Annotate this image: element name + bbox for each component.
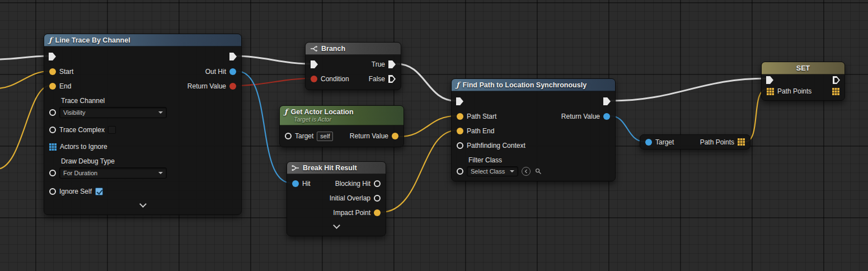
node-header[interactable]: Break Hit Result [287, 162, 386, 174]
trace-channel-row: Visibility [44, 106, 241, 119]
exec-out-pin[interactable] [833, 76, 840, 84]
branch-icon [310, 45, 318, 52]
blocking-hit-pin[interactable] [374, 180, 381, 187]
pin-row: Impact Point [287, 205, 386, 220]
ignore-self-row: Ignore Self [44, 184, 241, 199]
trace-channel-label: Trace Channel [61, 97, 105, 105]
trace-complex-pin[interactable] [49, 127, 56, 133]
exec-in-pin[interactable] [311, 60, 318, 68]
exec-in-pin[interactable] [766, 76, 773, 84]
path-points-label: Path Points [777, 87, 811, 95]
expand-chevron-icon[interactable] [333, 222, 340, 229]
target-label: Target [295, 132, 313, 140]
ignore-self-label: Ignore Self [59, 188, 92, 195]
wire-findpath-set-exec [611, 78, 767, 101]
pin-row: Hit Blocking Hit [287, 176, 386, 191]
path-points-input-array-pin[interactable] [767, 88, 774, 95]
actors-to-ignore-array-pin[interactable] [49, 143, 57, 151]
out-hit-pin[interactable] [229, 68, 236, 75]
break-struct-icon [292, 165, 299, 171]
initial-overlap-pin[interactable] [374, 195, 381, 202]
exec-pin-row [44, 49, 241, 64]
path-end-label: Path End [467, 127, 494, 135]
wire-exec-linetrace-branch [237, 56, 309, 64]
node-title: Line Trace By Channel [55, 36, 130, 44]
function-icon: ƒ [284, 108, 288, 116]
node-get-actor-location[interactable]: ƒ Get Actor Location Target is Actor Tar… [279, 105, 404, 147]
wire-exec-entry [0, 56, 48, 59]
filter-class-row: Select Class [452, 165, 615, 177]
path-points-array-pin[interactable] [738, 138, 745, 146]
node-title: Get Actor Location [291, 108, 354, 116]
exec-out-pin[interactable] [603, 97, 611, 105]
node-break-hit-result[interactable]: Break Hit Result Hit Blocking Hit Initia… [287, 161, 386, 236]
impact-point-pin[interactable] [374, 209, 381, 216]
return-value-pin[interactable] [603, 113, 610, 120]
path-points-output-array-pin[interactable] [832, 88, 839, 95]
node-get-path-points[interactable]: Target Path Points [640, 134, 750, 149]
trace-channel-pin[interactable] [49, 109, 56, 116]
browse-asset-icon[interactable] [534, 167, 543, 176]
node-header[interactable]: ƒ Line Trace By Channel [44, 34, 241, 46]
node-header[interactable]: Branch [306, 43, 401, 55]
wire-actorlocation-pathstart [399, 116, 456, 137]
draw-debug-dropdown[interactable]: For Duration [59, 167, 167, 179]
node-header[interactable]: SET [762, 62, 844, 74]
filter-class-pin[interactable] [457, 168, 463, 175]
node-set-path-points[interactable]: SET Path Points [761, 62, 845, 101]
exec-in-pin[interactable] [456, 97, 463, 105]
draw-debug-row: For Duration [44, 166, 241, 180]
pin-row: Target self Return Value [280, 129, 403, 143]
filter-class-label: Filter Class [468, 156, 502, 164]
condition-label: Condition [321, 75, 349, 83]
path-end-pin[interactable] [457, 128, 463, 134]
target-pin[interactable] [285, 133, 292, 139]
trace-channel-label-row: Trace Channel [44, 94, 241, 106]
false-exec-pin[interactable] [388, 75, 396, 83]
pin-row: Start Out Hit [44, 64, 241, 79]
hit-pin[interactable] [292, 180, 299, 187]
wire-end-input [0, 86, 49, 169]
expand-chevron-icon[interactable] [139, 200, 147, 208]
filter-class-dropdown[interactable]: Select Class [467, 166, 518, 176]
node-branch[interactable]: Branch True Condition False [305, 42, 401, 90]
return-value-pin[interactable] [229, 83, 236, 90]
trace-channel-dropdown[interactable]: Visibility [59, 107, 167, 118]
exec-in-pin[interactable] [49, 53, 56, 60]
true-exec-pin[interactable] [388, 60, 396, 68]
return-value-label: Return Value [350, 132, 388, 140]
ignore-self-checkbox[interactable] [95, 188, 103, 195]
target-self-value[interactable]: self [317, 132, 333, 141]
false-label: False [369, 75, 385, 83]
ignore-self-pin[interactable] [49, 188, 56, 195]
trace-complex-checkbox[interactable] [108, 126, 116, 134]
node-header[interactable]: ƒ Get Actor Location Target is Actor [280, 106, 403, 125]
node-line-trace-by-channel[interactable]: ƒ Line Trace By Channel Start Out Hit En… [44, 34, 242, 215]
end-pin[interactable] [49, 83, 56, 90]
pin-row: Initial Overlap [287, 191, 386, 205]
exec-out-pin[interactable] [229, 53, 237, 60]
node-header[interactable]: ƒ Find Path to Location Synchronously [452, 79, 615, 91]
draw-debug-value: For Duration [63, 170, 97, 176]
blueprint-graph[interactable]: ƒ Line Trace By Channel Start Out Hit En… [0, 0, 868, 271]
function-icon: ƒ [456, 81, 459, 89]
start-pin[interactable] [49, 68, 56, 75]
path-start-pin[interactable] [457, 113, 463, 120]
filter-class-label-row: Filter Class [452, 153, 615, 165]
node-find-path-to-location[interactable]: ƒ Find Path to Location Synchronously Pa… [451, 78, 616, 181]
return-value-pin[interactable] [392, 133, 398, 139]
expand-node-row [287, 220, 386, 232]
draw-debug-type-pin[interactable] [49, 170, 56, 176]
initial-overlap-label: Initial Overlap [330, 194, 370, 202]
condition-pin[interactable] [311, 76, 317, 82]
use-selected-asset-icon[interactable] [522, 167, 531, 176]
wire-returnvalue-condition [237, 78, 310, 86]
target-pin[interactable] [645, 139, 652, 146]
true-label: True [372, 60, 385, 68]
exec-pin-row [452, 94, 615, 109]
chevron-down-icon [158, 111, 163, 114]
pathfinding-context-pin[interactable] [457, 142, 463, 149]
return-value-label: Return Value [561, 113, 600, 120]
pin-row: Pathfinding Context [452, 138, 615, 153]
actors-to-ignore-label: Actors to Ignore [60, 143, 107, 151]
